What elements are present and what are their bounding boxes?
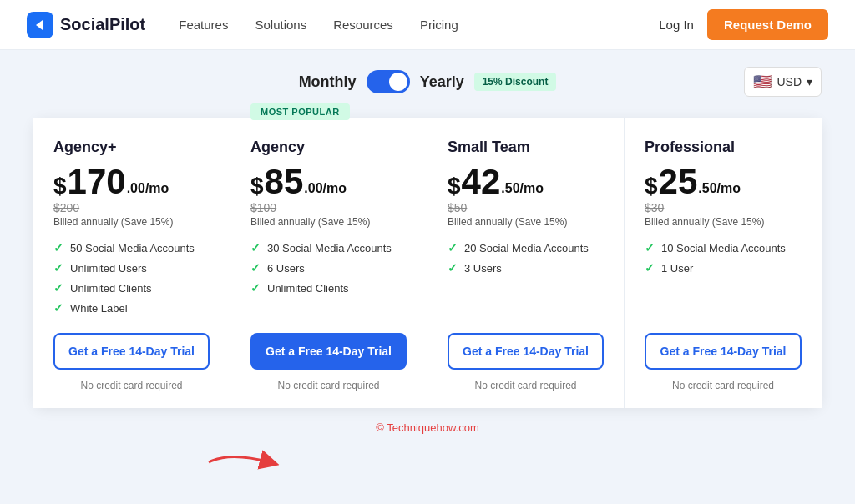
toggle-thumb [389, 73, 407, 91]
feature-text: Unlimited Clients [267, 282, 349, 295]
check-icon: ✓ [53, 241, 63, 255]
price-row-small-team: $ 42 .50/mo [448, 164, 604, 199]
arrow-icon [205, 447, 280, 477]
footer-credit: © Techniquehow.com [33, 421, 822, 434]
price-decimal-small-team: .50/mo [501, 181, 544, 196]
check-icon: ✓ [250, 241, 261, 255]
price-dollar-sign-agency: $ [250, 173, 264, 199]
billing-toggle[interactable] [367, 70, 410, 93]
features-agency-plus: ✓50 Social Media Accounts ✓Unlimited Use… [53, 241, 210, 316]
check-icon: ✓ [448, 261, 458, 275]
plan-name-agency-plus: Agency+ [53, 139, 210, 156]
check-icon: ✓ [448, 241, 458, 255]
price-amount-agency-plus: 170 [68, 164, 126, 199]
feature-item: ✓White Label [53, 301, 210, 315]
price-row-agency: $ 85 .00/mo [250, 164, 407, 199]
logo-area: SocialPilot [27, 12, 145, 38]
trial-button-professional[interactable]: Get a Free 14-Day Trial [645, 333, 802, 370]
price-dollar-sign-small-team: $ [448, 173, 461, 199]
plan-name-small-team: Small Team [448, 139, 604, 156]
feature-text: 30 Social Media Accounts [267, 242, 392, 255]
discount-badge: 15% Discount [474, 73, 557, 91]
nav-resources[interactable]: Resources [333, 18, 393, 32]
request-demo-button[interactable]: Request Demo [707, 9, 828, 40]
check-icon: ✓ [53, 301, 63, 315]
login-button[interactable]: Log In [659, 18, 694, 32]
feature-text: 3 Users [464, 262, 502, 275]
flag-icon: 🇺🇸 [753, 73, 772, 91]
nav-solutions[interactable]: Solutions [255, 18, 306, 32]
feature-item: ✓6 Users [250, 261, 407, 275]
main-nav: Features Solutions Resources Pricing [179, 18, 659, 32]
header: SocialPilot Features Solutions Resources… [0, 0, 855, 50]
plan-small-team: Small Team $ 42 .50/mo $50 Billed annual… [428, 118, 625, 408]
header-right: Log In Request Demo [659, 9, 828, 40]
check-icon: ✓ [53, 261, 63, 275]
main-content: Monthly Yearly 15% Discount 🇺🇸 USD ▾ Age… [0, 50, 855, 451]
price-dollar-sign-professional: $ [645, 173, 658, 199]
feature-text: 6 Users [267, 262, 305, 275]
check-icon: ✓ [645, 241, 655, 255]
price-original-agency: $100 [250, 201, 407, 214]
billed-note-agency-plus: Billed annually (Save 15%) [53, 216, 210, 228]
price-original-professional: $30 [645, 201, 802, 214]
price-row-professional: $ 25 .50/mo [645, 164, 802, 199]
toggle-track[interactable] [367, 70, 410, 93]
feature-text: 50 Social Media Accounts [70, 242, 195, 255]
feature-text: 10 Social Media Accounts [661, 242, 786, 255]
chevron-down-icon: ▾ [807, 75, 812, 88]
no-credit-small-team: No credit card required [448, 380, 604, 391]
billing-toggle-row: Monthly Yearly 15% Discount 🇺🇸 USD ▾ [33, 70, 822, 93]
no-credit-agency: No credit card required [250, 380, 407, 391]
arrow-overlay [205, 447, 280, 481]
feature-item: ✓10 Social Media Accounts [645, 241, 802, 255]
price-amount-small-team: 42 [462, 164, 501, 199]
check-icon: ✓ [250, 261, 261, 275]
most-popular-badge: MOST POPULAR [250, 103, 350, 120]
features-agency: ✓30 Social Media Accounts ✓6 Users ✓Unli… [250, 241, 407, 316]
monthly-label: Monthly [299, 73, 357, 91]
currency-selector[interactable]: 🇺🇸 USD ▾ [744, 67, 822, 97]
price-decimal-agency: .00/mo [304, 181, 347, 196]
features-small-team: ✓20 Social Media Accounts ✓3 Users [448, 241, 604, 316]
trial-button-agency[interactable]: Get a Free 14-Day Trial [250, 333, 407, 370]
yearly-label: Yearly [420, 73, 464, 91]
feature-text: 1 User [661, 262, 693, 275]
plan-agency-plus: Agency+ $ 170 .00/mo $200 Billed annuall… [33, 118, 230, 408]
nav-features[interactable]: Features [179, 18, 228, 32]
feature-item: ✓1 User [645, 261, 802, 275]
billed-note-professional: Billed annually (Save 15%) [645, 216, 802, 228]
price-original-agency-plus: $200 [53, 201, 210, 214]
feature-text: White Label [70, 302, 128, 315]
price-decimal-professional: .50/mo [698, 181, 741, 196]
price-amount-agency: 85 [265, 164, 304, 199]
price-amount-professional: 25 [659, 164, 698, 199]
billed-note-small-team: Billed annually (Save 15%) [448, 216, 604, 228]
logo-text: SocialPilot [60, 15, 145, 34]
feature-text: Unlimited Users [70, 262, 147, 275]
currency-label: USD [777, 75, 802, 88]
feature-item: ✓30 Social Media Accounts [250, 241, 407, 255]
feature-item: ✓Unlimited Clients [53, 281, 210, 295]
price-decimal-agency-plus: .00/mo [127, 181, 169, 196]
trial-button-agency-plus[interactable]: Get a Free 14-Day Trial [53, 333, 210, 370]
price-row-agency-plus: $ 170 .00/mo [53, 164, 210, 199]
feature-item: ✓20 Social Media Accounts [448, 241, 604, 255]
check-icon: ✓ [250, 281, 261, 295]
plan-name-agency: Agency [250, 139, 407, 156]
logo-icon [27, 12, 53, 38]
plan-professional: Professional $ 25 .50/mo $30 Billed annu… [625, 118, 822, 408]
plan-name-professional: Professional [645, 139, 802, 156]
price-dollar-sign-agency-plus: $ [53, 173, 67, 199]
feature-item: ✓Unlimited Users [53, 261, 210, 275]
price-original-small-team: $50 [448, 201, 604, 214]
features-professional: ✓10 Social Media Accounts ✓1 User [645, 241, 802, 316]
feature-item: ✓3 Users [448, 261, 604, 275]
cards-wrapper: Agency+ $ 170 .00/mo $200 Billed annuall… [33, 118, 822, 408]
trial-button-small-team[interactable]: Get a Free 14-Day Trial [448, 333, 604, 370]
nav-pricing[interactable]: Pricing [420, 18, 458, 32]
no-credit-professional: No credit card required [645, 380, 802, 391]
no-credit-agency-plus: No credit card required [53, 380, 210, 391]
feature-text: 20 Social Media Accounts [464, 242, 589, 255]
feature-item: ✓Unlimited Clients [250, 281, 407, 295]
